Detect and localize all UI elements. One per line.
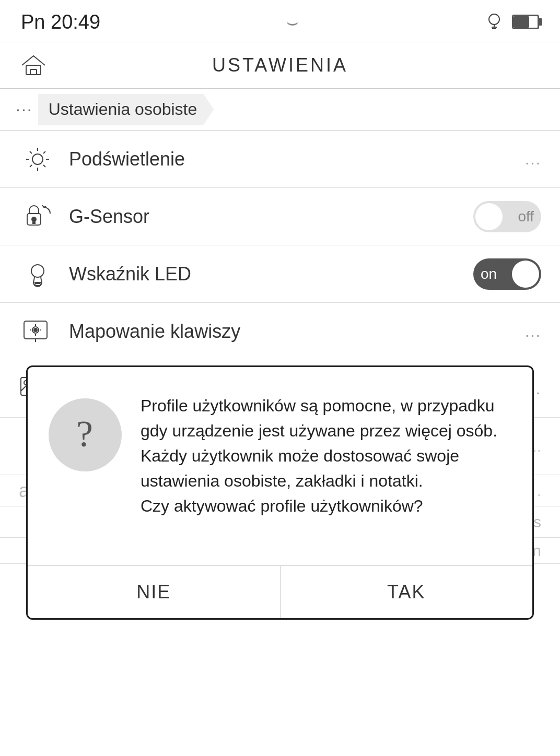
backlight-label: Podświetlenie <box>69 148 525 170</box>
led-toggle[interactable]: on <box>473 258 541 290</box>
keymapping-label: Mapowanie klawiszy <box>69 321 525 342</box>
menu-item-keymapping[interactable]: Mapowanie klawiszy ... <box>0 303 560 360</box>
gsensor-toggle[interactable]: off <box>473 201 541 232</box>
led-label: Wskaźnik LED <box>69 263 473 285</box>
toggle-off-label: off <box>518 208 534 225</box>
gsensor-icon <box>19 202 56 231</box>
breadcrumb-item-personal[interactable]: Ustawienia osobiste <box>38 94 214 125</box>
svg-point-6 <box>32 154 43 164</box>
svg-text:?: ? <box>76 413 93 455</box>
dialog: ? Profile użytkowników są pomocne, w prz… <box>26 365 534 620</box>
dialog-body: ? Profile użytkowników są pomocne, w prz… <box>28 367 532 565</box>
dialog-no-button[interactable]: NIE <box>28 566 281 618</box>
dialog-buttons: NIE TAK <box>28 565 532 618</box>
toggle-knob <box>475 203 503 230</box>
toggle-on-label: on <box>481 266 497 282</box>
backlight-dots: ... <box>525 150 541 168</box>
dialog-icon: ? <box>49 398 122 471</box>
status-time: Pn 20:49 <box>21 11 100 33</box>
svg-line-12 <box>43 165 45 167</box>
svg-line-11 <box>30 151 32 153</box>
menu-item-backlight[interactable]: Podświetlenie ... <box>0 131 560 188</box>
home-button[interactable] <box>19 51 48 80</box>
toggle-knob-on <box>512 261 539 288</box>
dialog-message: Profile użytkowników są pomocne, w przyp… <box>141 393 511 518</box>
battery-icon <box>512 15 539 29</box>
keymapping-icon <box>19 317 56 346</box>
led-icon <box>19 259 56 289</box>
svg-line-13 <box>43 151 45 153</box>
dialog-yes-button[interactable]: TAK <box>281 566 533 618</box>
status-center-icon: ⌣ <box>286 11 299 33</box>
svg-rect-20 <box>35 284 40 286</box>
keymapping-dots: ... <box>525 323 541 340</box>
svg-rect-17 <box>33 220 35 223</box>
svg-point-0 <box>489 14 499 25</box>
page-title: USTAWIENIA <box>212 54 348 76</box>
app-header: USTAWIENIA <box>0 42 560 89</box>
gsensor-label: G-Sensor <box>69 206 473 228</box>
svg-point-18 <box>31 265 44 277</box>
menu-item-led[interactable]: Wskaźnik LED on <box>0 245 560 303</box>
breadcrumb-dots: ··· <box>16 100 33 119</box>
breadcrumb: ··· Ustawienia osobiste <box>0 89 560 131</box>
svg-rect-5 <box>30 69 37 75</box>
backlight-icon <box>19 145 56 174</box>
bulb-icon <box>485 11 504 32</box>
menu-item-gsensor[interactable]: G-Sensor off <box>0 188 560 245</box>
svg-line-14 <box>30 165 32 167</box>
svg-point-23 <box>34 328 37 332</box>
status-icons <box>485 11 539 32</box>
status-bar: Pn 20:49 ⌣ <box>0 0 560 42</box>
